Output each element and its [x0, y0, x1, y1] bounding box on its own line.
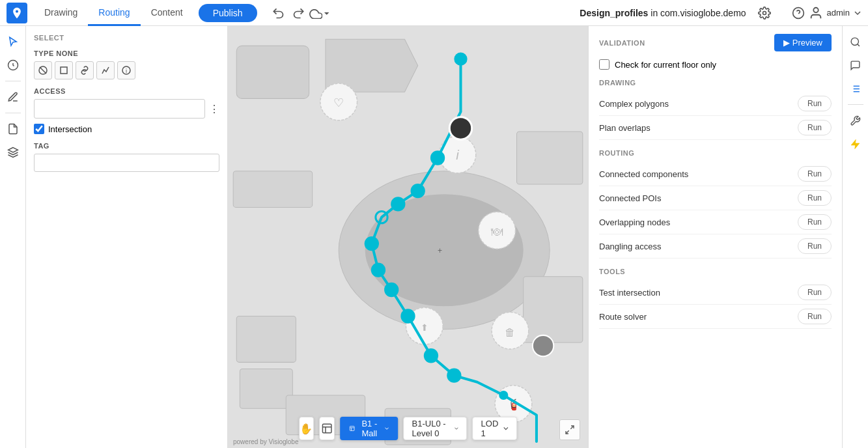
tools-sidebar-btn[interactable] — [845, 110, 866, 131]
type-link-btn[interactable] — [76, 61, 94, 79]
svg-point-0 — [763, 11, 766, 14]
svg-point-39 — [365, 236, 379, 251]
level-label: B1-UL0 - Level 0 — [412, 419, 452, 438]
pan-tool-btn[interactable]: ✋ — [299, 417, 315, 440]
access-row: ⋮ — [34, 99, 219, 119]
svg-point-36 — [411, 184, 425, 198]
complex-polygons-row: Complex polygons Run — [599, 92, 832, 116]
map-area[interactable]: ♡ i 🍽 ⬆ 🗑 🧯 — [228, 26, 588, 448]
plan-tool-btn[interactable] — [319, 417, 335, 440]
left-panel: SELECT TYPE NONE i ACCESS ⋮ — [26, 26, 228, 448]
tools-section-header: TOOLS — [599, 268, 832, 275]
svg-rect-12 — [236, 46, 309, 98]
svg-text:i: i — [126, 68, 127, 74]
project-location: in com.visioglobe.demo — [648, 8, 746, 18]
top-nav: Drawing Routing Content Publish Design_p… — [0, 0, 868, 26]
cloud-button[interactable] — [309, 3, 330, 23]
access-more-btn[interactable]: ⋮ — [209, 103, 219, 115]
tab-content[interactable]: Content — [141, 0, 193, 26]
svg-rect-18 — [517, 132, 583, 184]
user-menu[interactable]: admin — [809, 6, 861, 20]
preview-button[interactable]: ▶ Preview — [774, 34, 832, 51]
svg-text:🍽: 🍽 — [491, 225, 503, 238]
svg-point-3 — [813, 7, 818, 12]
svg-rect-19 — [524, 277, 583, 343]
redo-button[interactable] — [288, 3, 309, 23]
svg-point-45 — [499, 391, 508, 400]
list-sidebar-btn[interactable] — [845, 78, 866, 99]
svg-rect-49 — [322, 424, 331, 433]
svg-point-41 — [384, 283, 399, 297]
pen-tool-btn[interactable] — [3, 87, 23, 107]
undo-button[interactable] — [268, 3, 288, 23]
project-settings-icon[interactable] — [754, 3, 775, 23]
complex-polygons-run-btn[interactable]: Run — [798, 96, 832, 111]
access-select[interactable] — [34, 99, 205, 119]
left-toolbar — [0, 26, 26, 448]
svg-point-44 — [447, 368, 461, 382]
test-intersection-run-btn[interactable]: Run — [798, 285, 832, 300]
check-floor-checkbox[interactable] — [599, 59, 609, 70]
svg-point-57 — [851, 38, 858, 45]
overlapping-nodes-row: Overlapping nodes Run — [599, 210, 832, 234]
doc-tool-btn[interactable] — [3, 119, 23, 139]
svg-text:⬆: ⬆ — [421, 322, 428, 333]
map-bottom-bar: ✋ B1 - Mall B1-UL0 - Level 0 LOD 1 — [299, 417, 518, 440]
svg-line-55 — [570, 426, 574, 429]
overlapping-nodes-label: Overlapping nodes — [599, 217, 670, 227]
layers-tool-btn[interactable] — [3, 142, 23, 163]
svg-rect-15 — [233, 171, 313, 208]
help-icon[interactable] — [788, 3, 809, 23]
intersection-label: Intersection — [48, 124, 92, 134]
connected-components-run-btn[interactable]: Run — [798, 166, 832, 182]
route-solver-run-btn[interactable]: Run — [798, 309, 832, 324]
svg-text:i: i — [456, 148, 459, 162]
bolt-sidebar-btn[interactable] — [845, 133, 866, 154]
type-icons-group: i — [34, 61, 219, 79]
type-info-btn[interactable]: i — [117, 61, 135, 79]
select-tool-btn[interactable] — [3, 31, 23, 52]
test-intersection-label: Test intersection — [599, 288, 660, 298]
tab-routing[interactable]: Routing — [88, 0, 140, 26]
rsb-separator-1 — [848, 104, 863, 105]
svg-point-42 — [400, 309, 415, 323]
type-square-btn[interactable] — [55, 61, 73, 79]
logo-button[interactable] — [7, 3, 27, 23]
svg-line-58 — [858, 44, 860, 46]
type-none-btn[interactable] — [34, 61, 52, 79]
routing-section-header: ROUTING — [599, 149, 832, 157]
svg-line-7 — [40, 67, 46, 74]
tag-input[interactable] — [34, 154, 219, 172]
intersection-checkbox[interactable] — [34, 124, 44, 134]
overlapping-nodes-run-btn[interactable]: Run — [798, 214, 832, 230]
building-selector-btn[interactable]: B1 - Mall — [340, 417, 399, 440]
plan-overlaps-run-btn[interactable]: Run — [798, 120, 832, 135]
route-solver-row: Route solver Run — [599, 305, 832, 329]
route-solver-label: Route solver — [599, 312, 647, 322]
search-sidebar-btn[interactable] — [845, 31, 866, 52]
connected-components-label: Connected components — [599, 169, 688, 179]
level-selector-btn[interactable]: B1-UL0 - Level 0 — [404, 417, 468, 440]
connected-components-row: Connected components Run — [599, 162, 832, 186]
svg-rect-8 — [61, 67, 67, 74]
main-area: SELECT TYPE NONE i ACCESS ⋮ — [0, 26, 868, 448]
check-floor-row: Check for current floor only — [599, 59, 832, 70]
dangling-access-run-btn[interactable]: Run — [798, 238, 832, 254]
type-path-btn[interactable] — [96, 61, 115, 79]
lod-selector-btn[interactable]: LOD 1 — [473, 417, 518, 440]
publish-button[interactable]: Publish — [199, 4, 257, 22]
svg-point-46 — [449, 117, 471, 139]
right-sidebar — [842, 26, 868, 448]
right-panel: VALIDATION ▶ Preview Check for current f… — [588, 26, 842, 448]
complex-polygons-label: Complex polygons — [599, 99, 669, 109]
svg-rect-52 — [350, 427, 354, 431]
fullscreen-btn[interactable] — [559, 419, 580, 440]
tab-drawing[interactable]: Drawing — [34, 0, 88, 26]
chat-sidebar-btn[interactable] — [845, 55, 866, 76]
svg-rect-17 — [240, 369, 292, 409]
connected-pois-run-btn[interactable]: Run — [798, 190, 832, 206]
dangling-access-label: Dangling access — [599, 242, 661, 251]
dangling-access-row: Dangling access Run — [599, 234, 832, 259]
navigate-tool-btn[interactable] — [3, 55, 23, 76]
svg-text:♡: ♡ — [333, 96, 344, 109]
